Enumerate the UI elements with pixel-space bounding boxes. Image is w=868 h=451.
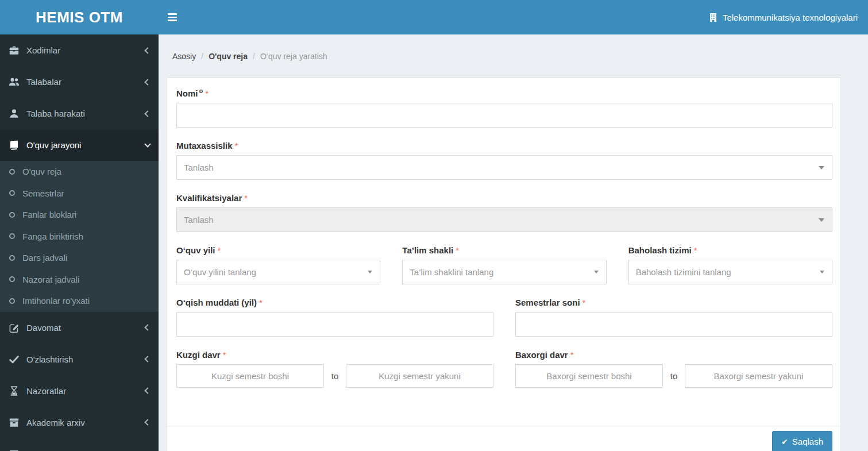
kuzgi-davr-range: to: [176, 364, 493, 388]
baxorgi-start-input[interactable]: [515, 364, 663, 388]
sidebar-subitem-fanlar-bloklari[interactable]: Fanlar bloklari: [0, 204, 159, 226]
select-placeholder: Tanlash: [184, 215, 214, 225]
range-separator: to: [663, 364, 685, 388]
sidebar-subitem-label: Dars jadvali: [22, 253, 67, 263]
sidebar-item-label: Talaba harakati: [26, 109, 145, 118]
caret-down-icon: [819, 166, 824, 169]
hamburger-icon: [168, 13, 177, 15]
sidebar-item-partial[interactable]: [0, 438, 159, 451]
caret-down-icon: [594, 271, 599, 273]
sidebar-item-label: Nazoratlar: [26, 386, 145, 396]
nomi-input[interactable]: [176, 103, 832, 128]
required-mark: *: [218, 245, 221, 255]
baxorgi-end-input[interactable]: [685, 364, 832, 388]
sidebar-subitem-label: Imtihonlar ro'yxati: [22, 296, 90, 306]
field-baholash-tizimi: Baholash tizimi* Baholash tizimini tanla…: [628, 245, 832, 284]
caret-down-icon: [819, 218, 824, 222]
check-icon: ✔: [781, 438, 788, 446]
brand-logo[interactable]: HEMIS OTM: [0, 0, 159, 34]
chevron-left-icon: [144, 47, 151, 53]
baxorgi-davr-range: to: [515, 364, 832, 388]
check-icon: [9, 354, 20, 365]
selects-row: O‘quv yili* O‘quv yilini tanlang Ta’lim …: [176, 245, 832, 298]
sidebar-item-nazoratlar[interactable]: Nazoratlar: [0, 375, 159, 407]
oquv-yili-select[interactable]: O‘quv yilini tanlang: [176, 260, 380, 284]
caret-down-icon: [368, 271, 372, 273]
user-icon: [9, 108, 20, 119]
chevron-left-icon: [144, 324, 151, 330]
circle-icon: [9, 233, 15, 239]
sidebar-subitem-nazorat-jadvali[interactable]: Nazorat jadvali: [0, 269, 159, 291]
sidebar-item-akademik-arxiv[interactable]: Akademik arxiv: [0, 407, 159, 438]
chevron-left-icon: [144, 110, 151, 117]
save-button[interactable]: ✔ Saqlash: [772, 431, 832, 451]
oqish-muddati-input[interactable]: [176, 312, 493, 337]
sidebar-item-talaba-harakati[interactable]: Talaba harakati: [0, 98, 159, 129]
select-placeholder: Baholash tizimini tanlang: [636, 267, 731, 277]
sidebar-subitem-imtihonlar-royxati[interactable]: Imtihonlar ro'yxati: [0, 290, 159, 312]
semestrlar-soni-input[interactable]: [515, 312, 832, 337]
organization-menu[interactable]: Telekommunikatsiya texnologiyalari: [698, 0, 868, 34]
briefcase-icon: [9, 45, 20, 56]
sidebar-toggle-button[interactable]: [159, 0, 186, 34]
sidebar: HEMIS OTM Xodimlar Talabalar: [0, 0, 159, 451]
mutaxassislik-select[interactable]: Tanlash: [176, 155, 832, 180]
field-semestrlar-soni: Semestrlar soni*: [515, 298, 832, 337]
oquv-yili-label: O‘quv yili*: [176, 245, 380, 255]
sidebar-menu: Xodimlar Talabalar Talaba harakati: [0, 34, 159, 451]
baholash-tizimi-select[interactable]: Baholash tizimini tanlang: [628, 260, 832, 284]
field-baxorgi-davr: Baxorgi davr* to: [515, 350, 832, 388]
sidebar-item-xodimlar[interactable]: Xodimlar: [0, 34, 159, 66]
sidebar-subitem-fanga-biriktirish[interactable]: Fanga biriktirish: [0, 226, 159, 248]
kuzgi-start-input[interactable]: [176, 364, 324, 388]
sidebar-item-davomat[interactable]: Davomat: [0, 312, 159, 344]
field-kuzgi-davr: Kuzgi davr* to: [176, 350, 493, 388]
periods-row: Kuzgi davr* to Baxorgi davr* to: [176, 350, 832, 401]
required-mark: *: [244, 193, 248, 203]
required-mark: *: [259, 298, 263, 307]
kuzgi-end-input[interactable]: [346, 364, 493, 388]
breadcrumb-separator: /: [253, 52, 255, 61]
baholash-tizimi-label: Baholash tizimi*: [628, 245, 832, 255]
chevron-left-icon: [144, 419, 151, 425]
caret-down-icon: [820, 271, 824, 273]
sidebar-item-label: Davomat: [26, 323, 145, 333]
required-mark: *: [582, 298, 586, 307]
sidebar-subitem-dars-jadvali[interactable]: Dars jadvali: [0, 247, 159, 269]
sidebar-item-ozlashtirish[interactable]: O'zlashtirish: [0, 344, 159, 375]
breadcrumb-current: O‘quv reja yaratish: [260, 52, 327, 61]
select-placeholder: O‘quv yilini tanlang: [184, 267, 256, 277]
sidebar-item-label: O'zlashtirish: [26, 354, 145, 364]
required-mark: *: [456, 245, 459, 255]
field-mutaxassislik: Mutaxassislik* Tanlash: [176, 141, 832, 180]
breadcrumb-oquv-reja-link[interactable]: O'quv reja: [209, 52, 248, 61]
field-nomi: Nomio*: [176, 87, 832, 128]
sidebar-item-oquv-jarayoni[interactable]: O'quv jarayoni: [0, 129, 159, 161]
chevron-down-icon: [144, 141, 151, 147]
breadcrumb-home-link[interactable]: Asosiy: [172, 52, 196, 61]
hourglass-icon: [9, 386, 20, 396]
edit-icon: [9, 322, 20, 333]
sidebar-item-talabalar[interactable]: Talabalar: [0, 66, 159, 98]
field-kvalifikatsiyalar: Kvalifikatsiyalar* Tanlash: [176, 193, 832, 232]
sidebar-submenu-oquv-jarayoni: O'quv reja Semestrlar Fanlar bloklari Fa…: [0, 161, 159, 312]
field-oqish-muddati: O‘qish muddati (yil)*: [176, 298, 493, 337]
book-icon: [9, 140, 20, 151]
sidebar-subitem-oquv-reja[interactable]: O'quv reja: [0, 161, 159, 183]
circle-icon: [9, 212, 15, 218]
mutaxassislik-label: Mutaxassislik*: [176, 141, 832, 151]
kvalifikatsiyalar-label: Kvalifikatsiyalar*: [176, 193, 832, 203]
archive-icon: [9, 417, 20, 428]
circle-icon: [9, 190, 15, 196]
talim-shakli-select[interactable]: Ta’lim shaklini tanlang: [402, 260, 606, 284]
sidebar-subitem-semestrlar[interactable]: Semestrlar: [0, 183, 159, 205]
circle-icon: [9, 298, 15, 304]
semestrlar-soni-label: Semestrlar soni*: [515, 298, 832, 307]
required-mark: *: [570, 350, 574, 360]
list-icon: [9, 449, 20, 451]
chevron-left-icon: [144, 79, 151, 85]
kvalifikatsiyalar-select[interactable]: Tanlash: [176, 207, 832, 232]
breadcrumb: Asosiy / O'quv reja / O‘quv reja yaratis…: [167, 52, 840, 61]
select-placeholder: Tanlash: [184, 163, 214, 172]
organization-name: Telekommunikatsiya texnologiyalari: [723, 13, 858, 22]
